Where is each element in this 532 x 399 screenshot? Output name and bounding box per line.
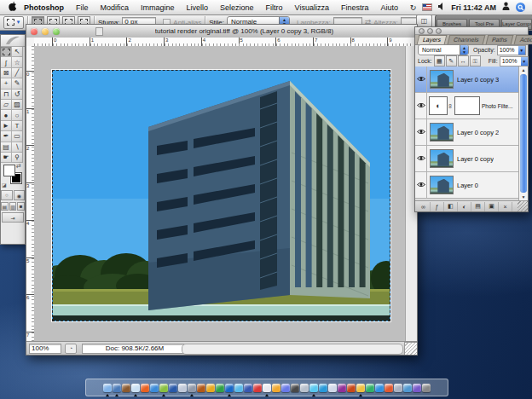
canvas-image-selection[interactable]: [52, 70, 390, 321]
palette-minimize-button[interactable]: [427, 28, 433, 34]
layer-visibility-toggle[interactable]: [415, 172, 427, 198]
layer-row[interactable]: Layer 0: [415, 172, 518, 199]
input-language-flag-icon[interactable]: [422, 3, 432, 11]
dock-icon[interactable]: [291, 384, 299, 392]
lock-all-button[interactable]: ⚿: [470, 55, 481, 66]
tab-layers[interactable]: Layers: [417, 35, 448, 44]
brush-tool[interactable]: ✎: [12, 78, 23, 89]
tool-preset-picker[interactable]: ▼: [3, 16, 24, 29]
path-selection-tool[interactable]: ►: [1, 121, 12, 131]
apple-menu-icon[interactable]: [5, 1, 19, 14]
blend-mode-select[interactable]: Normal ▲▼: [418, 44, 469, 55]
clone-stamp-tool[interactable]: ⊓: [1, 90, 12, 100]
new-layer-button[interactable]: ▣: [485, 202, 499, 211]
layer-thumbnail[interactable]: [430, 70, 454, 89]
opacity-field[interactable]: 100%▼: [497, 45, 526, 55]
dock-icon[interactable]: [206, 384, 215, 392]
menu-visualizza[interactable]: Visualizza: [289, 1, 335, 14]
foreground-color-swatch[interactable]: [3, 165, 15, 176]
swap-colors-icon[interactable]: ⇄: [16, 163, 21, 170]
dock-icon[interactable]: [159, 384, 168, 392]
add-layer-mask-button[interactable]: ◧: [444, 202, 458, 211]
lasso-tool[interactable]: ʃ: [1, 57, 12, 67]
dock-icon[interactable]: [281, 384, 290, 392]
standard-screen-mode-button[interactable]: ▤: [1, 202, 9, 211]
layer-name[interactable]: Layer 0: [457, 182, 478, 189]
new-adjustment-layer-button[interactable]: ◐: [458, 202, 471, 211]
palette-resize-grip[interactable]: [518, 201, 528, 211]
dock-icon[interactable]: [103, 384, 112, 392]
dock-icon[interactable]: [263, 384, 271, 392]
lock-transparency-button[interactable]: ▦: [434, 55, 445, 66]
dock-icon[interactable]: [328, 384, 337, 392]
fast-user-switching-icon[interactable]: [502, 1, 510, 14]
quick-mask-mode-button[interactable]: ◉: [14, 190, 26, 200]
dock-icon[interactable]: [347, 384, 356, 392]
dock-icon[interactable]: [197, 384, 205, 392]
dock-icon[interactable]: [244, 384, 252, 392]
dock-icon[interactable]: [113, 384, 121, 392]
eraser-tool[interactable]: ▱: [1, 100, 12, 110]
menu-finestra[interactable]: Finestra: [335, 1, 375, 14]
document-size-info[interactable]: Doc: 908.5K/2.66M: [82, 344, 188, 354]
link-layers-button[interactable]: ∞: [417, 202, 431, 211]
menu-filtro[interactable]: Filtro: [260, 1, 289, 14]
standard-mode-button[interactable]: ○: [1, 190, 13, 200]
tab-channels[interactable]: Channels: [448, 35, 485, 44]
layer-name[interactable]: Layer 0 copy: [457, 155, 494, 163]
dock-icon[interactable]: [319, 384, 327, 392]
dock-icon[interactable]: [178, 384, 187, 392]
layers-scrollbar[interactable]: ▲ ▼: [518, 66, 528, 200]
bridge-button[interactable]: ◫: [416, 14, 432, 27]
dock-icon[interactable]: [309, 384, 318, 392]
close-button[interactable]: [31, 28, 38, 35]
layer-visibility-toggle[interactable]: [415, 93, 427, 119]
dock-icon[interactable]: [403, 384, 412, 392]
maximize-button[interactable]: [53, 28, 60, 35]
tab-actions[interactable]: Actions: [513, 35, 532, 44]
window-resize-grip[interactable]: [404, 342, 417, 355]
dock-icon[interactable]: [338, 384, 346, 392]
scrollbar-thumb[interactable]: [520, 74, 527, 193]
lock-position-button[interactable]: ↔: [458, 55, 469, 66]
blur-tool[interactable]: ●: [1, 110, 12, 120]
layer-visibility-toggle[interactable]: [415, 66, 427, 92]
dock-icon[interactable]: [375, 384, 384, 392]
fullscreen-mode-button[interactable]: ■: [17, 202, 25, 211]
layer-mask-thumbnail[interactable]: [454, 96, 480, 115]
layer-name[interactable]: Layer 0 copy 2: [457, 129, 499, 136]
minimize-button[interactable]: [42, 28, 49, 35]
hand-tool[interactable]: ☛: [1, 153, 12, 163]
menu-modifica[interactable]: Modifica: [95, 1, 136, 14]
dock-icon[interactable]: [216, 384, 224, 392]
dock-icon[interactable]: [141, 384, 149, 392]
menu-clock[interactable]: Fri 11:42 AM: [451, 3, 496, 12]
dock-icon[interactable]: [272, 384, 280, 392]
spotlight-icon[interactable]: [516, 3, 525, 12]
history-brush-tool[interactable]: ↺: [12, 90, 23, 100]
layer-thumbnail[interactable]: [430, 149, 454, 168]
dock-icon[interactable]: [150, 384, 159, 392]
dock-icon[interactable]: [422, 384, 431, 392]
layer-row[interactable]: Layer 0 copy: [415, 146, 518, 172]
eyedropper-tool[interactable]: ∖: [12, 142, 23, 153]
palette-zoom-button[interactable]: [436, 28, 442, 34]
dock-icon[interactable]: [253, 384, 262, 392]
horizontal-scrollbar[interactable]: [182, 344, 403, 355]
healing-brush-tool[interactable]: +: [1, 78, 12, 89]
notes-tool[interactable]: ▤: [1, 142, 12, 153]
new-group-button[interactable]: ▤: [471, 202, 485, 211]
gradient-tool[interactable]: ▨: [12, 100, 23, 110]
palette-close-button[interactable]: [419, 28, 425, 34]
adjustment-layer-thumbnail[interactable]: ◐: [429, 96, 448, 115]
type-tool[interactable]: T: [12, 121, 23, 131]
layer-row[interactable]: ◐∞Photo Filte...: [415, 93, 518, 119]
layer-name[interactable]: Photo Filte...: [482, 103, 513, 109]
fill-field[interactable]: 100%▼: [500, 56, 529, 66]
menu-livello[interactable]: Livello: [181, 1, 215, 14]
dock-icon[interactable]: [169, 384, 177, 392]
dock-icon[interactable]: [188, 384, 196, 392]
menu-photoshop[interactable]: Photoshop: [19, 1, 70, 14]
dock-icon[interactable]: [385, 384, 393, 392]
dock-icon[interactable]: [225, 384, 234, 392]
